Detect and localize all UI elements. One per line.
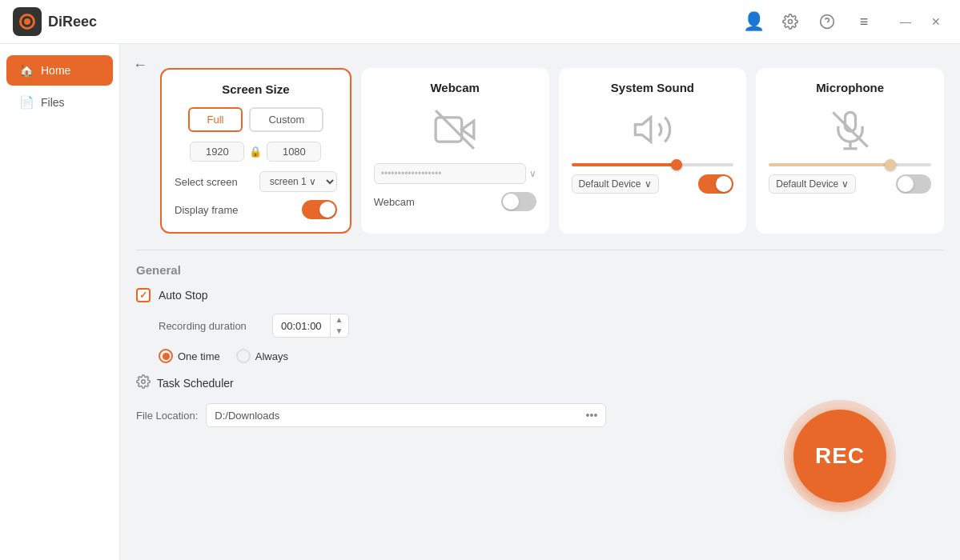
select-screen-label: Select screen bbox=[175, 176, 238, 188]
system-sound-toggle-thumb bbox=[716, 176, 732, 192]
screen-select-row: Select screen screen 1 ∨ bbox=[175, 171, 337, 192]
duration-input[interactable]: 00:01:00 ▲ ▼ bbox=[272, 314, 349, 338]
avatar-icon[interactable]: 👤 bbox=[741, 9, 766, 34]
settings-icon[interactable] bbox=[777, 9, 803, 34]
screen-size-title: Screen Size bbox=[175, 82, 337, 96]
app-logo-icon bbox=[13, 7, 42, 36]
file-location-input[interactable]: D:/Downloads ••• bbox=[206, 403, 606, 427]
menu-icon[interactable]: ≡ bbox=[851, 9, 877, 34]
width-input[interactable] bbox=[190, 142, 244, 162]
auto-stop-row: Auto Stop bbox=[136, 288, 944, 302]
display-frame-toggle[interactable] bbox=[302, 200, 337, 219]
microphone-icon-area bbox=[769, 106, 931, 154]
svg-point-10 bbox=[142, 380, 146, 384]
svg-point-0 bbox=[789, 20, 793, 24]
sidebar-item-home[interactable]: 🏠 Home bbox=[6, 55, 113, 86]
mic-device-label: Default Device bbox=[776, 178, 838, 190]
webcam-label: Webcam bbox=[374, 196, 415, 208]
mic-volume-thumb bbox=[885, 159, 896, 170]
screen-select-dropdown[interactable]: screen 1 ∨ bbox=[259, 171, 337, 192]
sidebar: 🏠 Home 📄 Files bbox=[0, 44, 120, 560]
system-device-arrow: ∨ bbox=[645, 178, 652, 190]
size-buttons: Full Custom bbox=[175, 107, 337, 132]
mic-toggle[interactable] bbox=[896, 174, 931, 194]
radio-always-label: Always bbox=[255, 350, 288, 362]
system-device-select[interactable]: Default Device ∨ bbox=[572, 174, 659, 194]
radio-row: One time Always bbox=[159, 349, 944, 363]
help-icon[interactable] bbox=[814, 9, 840, 34]
webcam-title: Webcam bbox=[374, 81, 536, 94]
resolution-row: 🔒 bbox=[175, 142, 337, 162]
radio-always[interactable]: Always bbox=[236, 349, 288, 363]
duration-up-arrow[interactable]: ▲ bbox=[331, 314, 348, 326]
svg-marker-5 bbox=[635, 118, 651, 142]
rec-button-container: REC bbox=[784, 400, 896, 512]
duration-down-arrow[interactable]: ▼ bbox=[331, 326, 348, 337]
auto-stop-checkbox[interactable] bbox=[136, 288, 151, 302]
webcam-disabled-icon bbox=[431, 106, 479, 154]
files-icon: 📄 bbox=[19, 95, 34, 110]
mic-toggle-thumb bbox=[898, 176, 914, 192]
system-sound-icon-area bbox=[572, 106, 734, 154]
task-row: Task Scheduler bbox=[136, 374, 944, 392]
home-icon: 🏠 bbox=[19, 63, 34, 78]
logo-inner-circle bbox=[19, 14, 35, 30]
window-controls: — ✕ bbox=[894, 10, 947, 33]
microphone-title: Microphone bbox=[769, 81, 931, 94]
mic-volume-slider[interactable] bbox=[769, 163, 931, 166]
system-sound-icon bbox=[629, 106, 677, 154]
screen-size-card: Screen Size Full Custom 🔒 Select screen … bbox=[160, 68, 351, 234]
mic-device-arrow: ∨ bbox=[842, 178, 849, 190]
cam-select-row: •••••••••••••••••• ∨ bbox=[374, 163, 536, 184]
mic-device-select[interactable]: Default Device ∨ bbox=[769, 174, 856, 194]
system-device-row: Default Device ∨ bbox=[572, 174, 734, 194]
rec-button-outer[interactable]: REC bbox=[784, 400, 896, 512]
radio-one-time[interactable]: One time bbox=[159, 349, 220, 363]
mic-device-row: Default Device ∨ bbox=[769, 174, 931, 194]
webcam-bottom-row: Webcam bbox=[374, 192, 536, 211]
radio-one-time-label: One time bbox=[178, 350, 220, 362]
task-scheduler-label[interactable]: Task Scheduler bbox=[157, 377, 234, 390]
main-layout: 🏠 Home 📄 Files ← Screen Size Full Custom… bbox=[0, 44, 960, 560]
display-frame-label: Display frame bbox=[175, 204, 238, 216]
system-volume-thumb bbox=[671, 159, 682, 170]
radio-always-circle bbox=[236, 349, 251, 363]
file-location-label: File Location: bbox=[136, 410, 198, 422]
divider bbox=[136, 250, 944, 250]
system-volume-slider[interactable] bbox=[572, 163, 734, 166]
cam-select-input[interactable]: •••••••••••••••••• bbox=[374, 163, 526, 184]
content-area: ← Screen Size Full Custom 🔒 Select scree… bbox=[120, 44, 960, 560]
rec-button[interactable]: REC bbox=[793, 410, 886, 502]
sidebar-files-label: Files bbox=[41, 96, 65, 109]
microphone-icon bbox=[826, 106, 874, 154]
cam-arrow-icon[interactable]: ∨ bbox=[529, 168, 536, 179]
minimize-button[interactable]: — bbox=[894, 10, 917, 33]
system-sound-card: System Sound bbox=[559, 68, 747, 234]
general-title: General bbox=[136, 263, 944, 277]
height-input[interactable] bbox=[267, 142, 321, 162]
back-button[interactable]: ← bbox=[133, 57, 147, 74]
close-button[interactable]: ✕ bbox=[925, 10, 947, 33]
cards-row: Screen Size Full Custom 🔒 Select screen … bbox=[120, 52, 960, 246]
duration-value: 00:01:00 bbox=[273, 316, 330, 336]
webcam-icon-area bbox=[374, 106, 536, 154]
system-sound-toggle[interactable] bbox=[698, 174, 733, 194]
full-button[interactable]: Full bbox=[188, 107, 243, 132]
file-location-menu[interactable]: ••• bbox=[586, 409, 598, 422]
display-frame-row: Display frame bbox=[175, 200, 337, 219]
title-bar: DiReec 👤 ≡ — ✕ bbox=[0, 0, 960, 44]
display-frame-thumb bbox=[319, 202, 335, 218]
custom-button[interactable]: Custom bbox=[249, 107, 323, 132]
webcam-card: Webcam •••••••••••••••••• ∨ Webcam bbox=[361, 68, 549, 234]
recording-duration-row: Recording duration 00:01:00 ▲ ▼ bbox=[159, 314, 944, 338]
app-logo: DiReec bbox=[13, 7, 97, 36]
sidebar-home-label: Home bbox=[41, 64, 70, 77]
sidebar-item-files[interactable]: 📄 Files bbox=[6, 87, 113, 118]
radio-one-time-circle bbox=[159, 349, 173, 363]
duration-arrows: ▲ ▼ bbox=[330, 314, 348, 337]
svg-rect-3 bbox=[436, 118, 462, 142]
file-location-path: D:/Downloads bbox=[215, 410, 279, 422]
title-bar-actions: 👤 ≡ — ✕ bbox=[741, 9, 947, 34]
webcam-toggle[interactable] bbox=[501, 192, 536, 211]
mic-volume-slider-row bbox=[769, 163, 931, 166]
